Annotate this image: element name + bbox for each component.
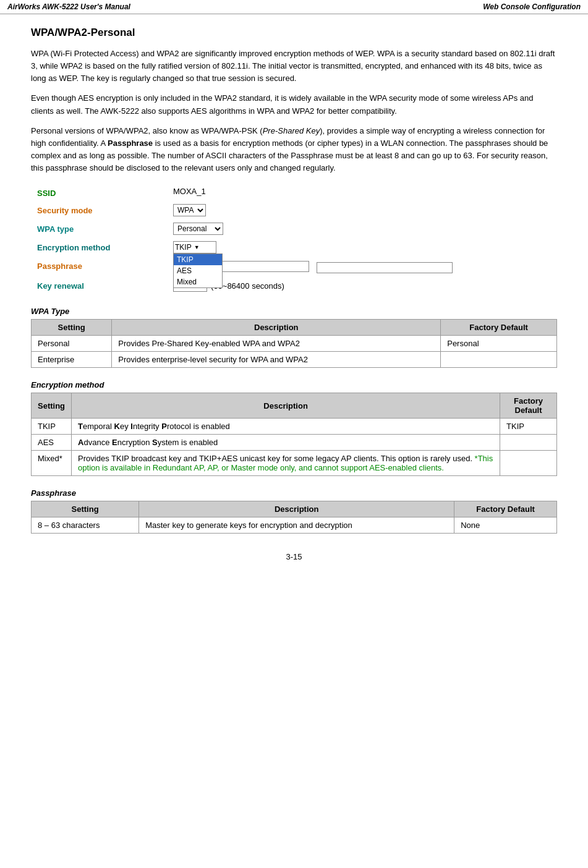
passphrase-confirm-input[interactable] [317,262,453,273]
wpa-type-control: Personal Enterprise [173,223,223,235]
ssid-value-container: MOXA_1 [173,187,206,196]
cell-description: Provides enterprise-level security for W… [112,352,441,368]
encryption-method-table: Setting Description Factory Default TKIP… [31,393,557,476]
paragraph-1: WPA (Wi-Fi Protected Access) and WPA2 ar… [31,48,557,85]
enc-option-mixed[interactable]: Mixed [174,276,222,287]
wpa-type-label: WPA type [37,223,173,234]
cell-setting: 8 – 63 characters [32,517,139,534]
wpa-type-section: WPA Type Setting Description Factory Def… [31,307,557,368]
passphrase-label: Passphrase [37,260,173,271]
ssid-value: MOXA_1 [173,187,206,196]
col-description-1: Description [112,320,441,336]
passphrase-row: Passphrase [37,260,557,273]
col-setting-3: Setting [32,501,139,517]
key-renewal-row: Key renewal (60~86400 seconds) [37,279,557,292]
passphrase-table: Setting Description Factory Default 8 – … [31,501,557,534]
encryption-dropdown[interactable]: TKIP AES Mixed [173,253,223,288]
security-mode-label: Security mode [37,204,173,215]
encryption-method-control: TKIP ▼ TKIP AES Mixed [173,241,216,253]
key-renewal-label: Key renewal [37,279,173,291]
security-mode-control: WPA [173,204,206,216]
col-description-3: Description [139,501,454,517]
passphrase-section: Passphrase Setting Description Factory D… [31,488,557,534]
passphrase-table-title: Passphrase [31,488,557,498]
cell-description: Provides TKIP broadcast key and TKIP+AES… [72,451,500,476]
enc-table-header: Setting Description Factory Default [32,393,557,419]
ssid-label: SSID [37,187,173,198]
cell-description: Temporal Key Integrity Protocol is enabl… [72,419,500,435]
table-row: Personal Provides Pre-Shared Key-enabled… [32,336,557,352]
cell-factory-default: None [454,517,557,534]
col-factory-1: Factory Default [441,320,557,336]
wpa-type-table-title: WPA Type [31,307,557,316]
col-setting-1: Setting [32,320,112,336]
page-number: 3-15 [31,552,557,561]
cell-factory-default: TKIP [500,419,557,435]
col-factory-2: Factory Default [500,393,557,419]
cell-description: Advance Encryption System is enabled [72,435,500,451]
paragraph-2: Even though AES encryption is only inclu… [31,92,557,117]
para3a: Personal versions of WPA/WPA2, also know… [31,126,263,135]
encryption-method-row: Encryption method TKIP ▼ TKIP AES Mixed [37,241,557,253]
manual-title: AirWorks AWK-5222 User's Manual [7,2,130,11]
col-setting-2: Setting [32,393,72,419]
chapter-title: Web Console Configuration [483,2,581,11]
dropdown-arrow-icon: ▼ [194,244,200,250]
ssid-row: SSID MOXA_1 [37,187,557,198]
para3b-italic: Pre-Shared Key [263,126,320,135]
cell-description: Provides Pre-Shared Key-enabled WPA and … [112,336,441,352]
security-mode-select[interactable]: WPA [173,204,206,216]
page-header: AirWorks AWK-5222 User's Manual Web Cons… [0,0,588,14]
main-content: WPA/WPA2-Personal WPA (Wi-Fi Protected A… [0,14,588,580]
cell-setting: AES [32,435,72,451]
wpa-type-table-header: Setting Description Factory Default [32,320,557,336]
wpa-type-table: Setting Description Factory Default Pers… [31,319,557,368]
col-factory-3: Factory Default [454,501,557,517]
cell-setting: TKIP [32,419,72,435]
encryption-shown[interactable]: TKIP ▼ [173,241,216,253]
para3d-bold: Passphrase [108,138,153,148]
passphrase-table-header: Setting Description Factory Default [32,501,557,517]
enc-option-aes[interactable]: AES [174,265,222,276]
wpa-type-row: WPA type Personal Enterprise [37,223,557,235]
settings-form: SSID MOXA_1 Security mode WPA WPA type P… [31,187,557,292]
col-description-2: Description [72,393,500,419]
cell-description: Master key to generate keys for encrypti… [139,517,454,534]
table-row: Enterprise Provides enterprise-level sec… [32,352,557,368]
encryption-method-section: Encryption method Setting Description Fa… [31,380,557,476]
cell-factory-default [500,435,557,451]
paragraph-3: Personal versions of WPA/WPA2, also know… [31,125,557,175]
encryption-method-table-title: Encryption method [31,380,557,389]
cell-factory-default [500,451,557,476]
cell-setting: Enterprise [32,352,112,368]
section-title: WPA/WPA2-Personal [31,27,557,39]
table-row: Mixed* Provides TKIP broadcast key and T… [32,451,557,476]
table-row: 8 – 63 characters Master key to generate… [32,517,557,534]
cell-setting: Personal [32,336,112,352]
cell-factory-default: Personal [441,336,557,352]
table-row: TKIP Temporal Key Integrity Protocol is … [32,419,557,435]
wpa-type-select[interactable]: Personal Enterprise [173,223,223,235]
table-row: AES Advance Encryption System is enabled [32,435,557,451]
enc-option-tkip[interactable]: TKIP [174,254,222,265]
security-mode-row: Security mode WPA [37,204,557,216]
encryption-method-label: Encryption method [37,241,173,252]
cell-factory-default [441,352,557,368]
cell-setting: Mixed* [32,451,72,476]
